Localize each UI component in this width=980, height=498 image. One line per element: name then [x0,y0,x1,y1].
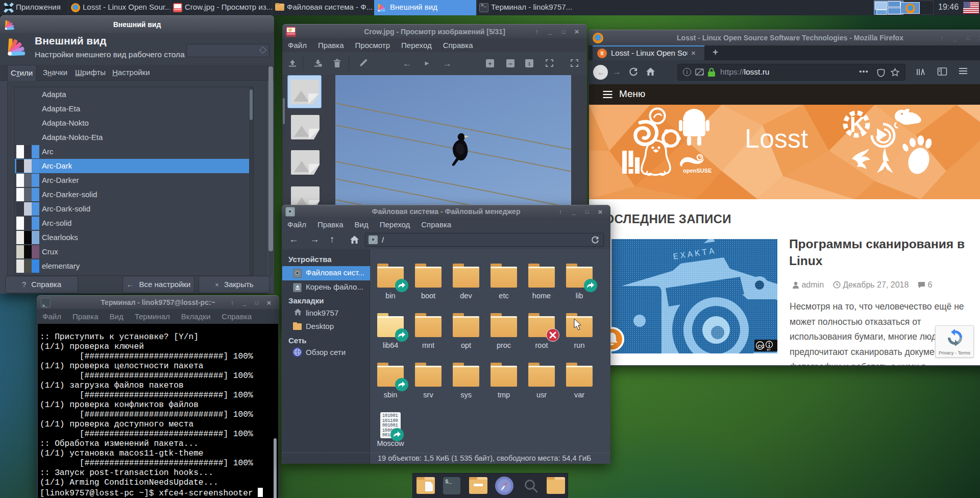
svg-text:openSUSE: openSUSE [683,168,712,174]
svg-text:CC: CC [757,343,765,349]
svg-text:BY: BY [767,348,771,351]
svg-text:K: K [850,112,865,136]
svg-text:Losst: Losst [745,124,808,153]
